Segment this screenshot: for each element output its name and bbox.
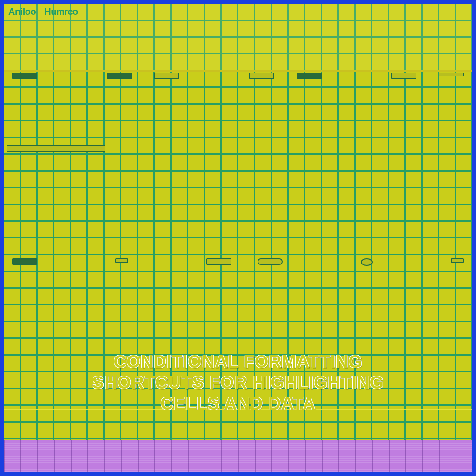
cell-chip bbox=[206, 258, 231, 265]
cell-chip bbox=[12, 258, 37, 265]
image-frame: Aniloo Humrco Conditional Formatting Sho… bbox=[0, 0, 476, 476]
title-line-3: Cells and Data bbox=[4, 393, 472, 414]
cell-chip bbox=[12, 73, 37, 79]
cell-chip-blank bbox=[202, 73, 227, 79]
header-label-1: Aniloo bbox=[8, 7, 36, 17]
cell-chip bbox=[115, 258, 128, 263]
cell-chip bbox=[451, 258, 464, 263]
cell-chip bbox=[439, 73, 464, 76]
overlay-title: Conditional Formatting Shortcuts for Hig… bbox=[4, 351, 472, 414]
decorative-cell-row-upper bbox=[4, 73, 472, 79]
cell-chip bbox=[258, 258, 283, 265]
cell-chip bbox=[391, 73, 416, 79]
title-line-1: Conditional Formatting bbox=[4, 351, 472, 372]
cell-chip-blank bbox=[155, 258, 180, 265]
header-labels: Aniloo Humrco bbox=[8, 7, 78, 17]
cell-chip bbox=[154, 73, 179, 79]
cell-chip bbox=[249, 73, 274, 79]
cell-chip-blank bbox=[64, 258, 89, 265]
cell-chip bbox=[361, 258, 373, 266]
cell-chip bbox=[107, 73, 132, 79]
cell-chip-blank bbox=[60, 73, 85, 79]
footer-band bbox=[4, 440, 472, 472]
header-label-2: Humrco bbox=[44, 7, 78, 17]
title-line-2: Shortcuts for Highlighting bbox=[4, 372, 472, 393]
cell-chip-blank bbox=[344, 73, 369, 79]
decorative-cell-row-lower bbox=[4, 258, 472, 266]
highlighted-row-segment bbox=[7, 145, 105, 152]
cell-chip bbox=[297, 73, 322, 79]
cell-chip-blank bbox=[399, 258, 424, 265]
cell-chip-blank bbox=[309, 258, 334, 265]
